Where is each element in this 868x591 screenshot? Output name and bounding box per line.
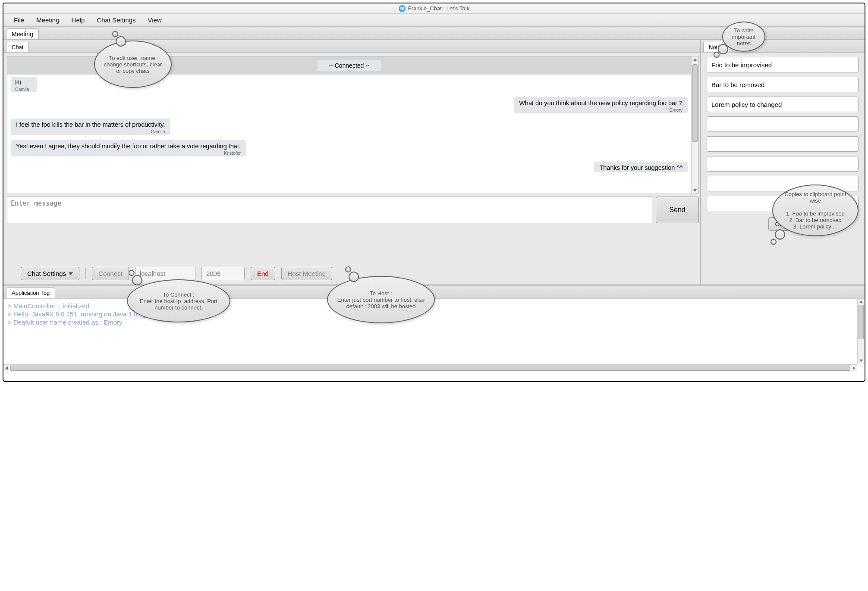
message-input-row: Send [7, 197, 699, 223]
separator [85, 268, 86, 279]
callout-notes: To write important notes [722, 22, 765, 52]
message-input[interactable] [7, 197, 652, 223]
callout-text: To Connect : Enter the host Ip_address, … [135, 291, 222, 311]
log-scrollbar-v[interactable] [857, 299, 865, 364]
msg-author: Camila [16, 129, 165, 134]
notes-body: Copy [701, 53, 865, 285]
notes-panel: Notes Copy [701, 40, 865, 285]
msg-text: I feel the foo kills the bar in the matt… [16, 121, 165, 128]
callout-text: To Host : Enter just port number to host… [336, 290, 426, 310]
msg-text: Thanks for your suggestion ^^ [599, 164, 682, 171]
menu-chat-settings[interactable]: Chat Settings [91, 15, 142, 25]
host-input[interactable] [135, 267, 195, 280]
app-window: ✉ Frankie_Chat : Let's Talk File Meeting… [3, 3, 865, 382]
host-meeting-button[interactable]: Host Meeting [281, 267, 332, 280]
chat-message: Yes! even I agree, they should modify th… [11, 140, 246, 156]
connected-pill: -- Connected -- [318, 60, 381, 71]
window-title: Frankie_Chat : Let's Talk [408, 5, 469, 12]
chat-settings-dropdown[interactable]: Chat Settings [21, 267, 79, 280]
msg-text: What do you think about the new policy r… [519, 100, 682, 106]
callout-text: Copies to clipboard point wise 1. Foo to… [781, 191, 850, 230]
msg-text: Yes! even I agree, they should modify th… [16, 143, 241, 150]
chat-message: I feel the foo kills the bar in the matt… [11, 119, 170, 135]
tab-application-log[interactable]: Application_log [6, 288, 55, 298]
end-button[interactable]: End [251, 267, 275, 280]
callout-chat-settings: To edit user_name, change shortcuts, cle… [94, 41, 172, 88]
note-field[interactable] [707, 77, 859, 92]
port-input[interactable] [201, 267, 245, 280]
chat-scrollbar[interactable] [691, 56, 698, 194]
app-icon: ✉ [399, 5, 406, 12]
callout-text: To write important notes [731, 27, 757, 47]
log-scrollbar-h[interactable] [3, 364, 857, 372]
callout-connect: To Connect : Enter the host Ip_address, … [127, 279, 230, 322]
menu-file[interactable]: File [8, 15, 30, 25]
chat-message: Thanks for your suggestion ^^ [594, 162, 688, 172]
chat-message: What do you think about the new policy r… [514, 97, 688, 113]
menu-meeting[interactable]: Meeting [30, 15, 65, 25]
chat-message: Hi Camila [11, 77, 37, 92]
tab-meeting[interactable]: Meeting [6, 28, 39, 39]
note-field[interactable] [707, 156, 859, 172]
title-bar: ✉ Frankie_Chat : Let's Talk [3, 3, 865, 14]
menu-help[interactable]: Help [66, 15, 91, 25]
msg-author: Camila [15, 87, 29, 92]
note-field[interactable] [707, 97, 859, 112]
note-field[interactable] [707, 116, 859, 132]
note-field[interactable] [707, 57, 859, 72]
callout-copy: Copies to clipboard point wise 1. Foo to… [772, 184, 859, 236]
chat-settings-label: Chat Settings [27, 270, 66, 277]
callout-text: To edit user_name, change shortcuts, cle… [103, 55, 163, 74]
msg-author: Kristofer [16, 150, 241, 156]
msg-author: Emory [519, 107, 682, 113]
menu-view[interactable]: View [142, 15, 167, 25]
callout-host: To Host : Enter just port number to host… [327, 276, 435, 323]
tab-chat[interactable]: Chat [6, 42, 29, 52]
chat-body: -- Connected -- Hi Camila What do you th… [3, 53, 700, 263]
msg-text: Hi [15, 79, 29, 86]
note-field[interactable] [707, 136, 859, 152]
send-button[interactable]: Send [656, 197, 699, 223]
chevron-down-icon [69, 272, 73, 275]
connect-button[interactable]: Connect [92, 267, 129, 280]
log-line: > Deafult user name created as : Emory [8, 319, 860, 326]
